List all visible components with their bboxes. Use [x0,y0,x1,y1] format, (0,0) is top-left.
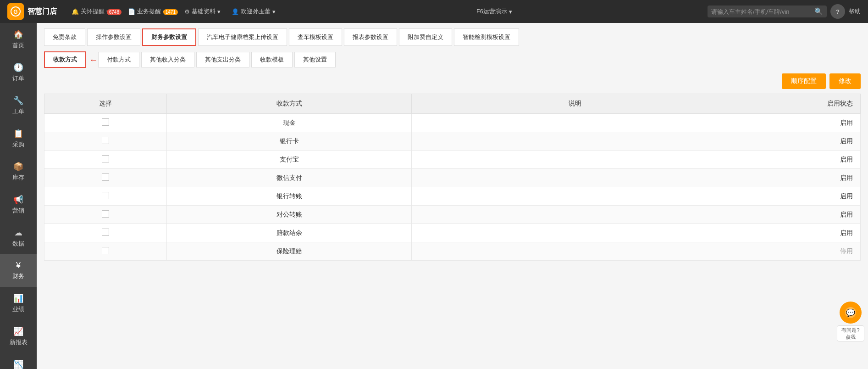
row-checkbox[interactable] [102,210,109,218]
topnav-center: F6运营演示 ▾ [281,7,708,16]
th-select: 选择 [44,94,167,114]
tab-finance-params[interactable]: 财务参数设置 [142,28,196,46]
subtab-other-expense[interactable]: 其他支出分类 [196,52,249,67]
sidebar: 🏠 首页 🕐 订单 🔧 工单 📋 采购 📦 库存 📢 营销 ☁ 数据 ¥ [0,23,37,369]
row-checkbox[interactable] [102,229,109,236]
newreport-icon: 📈 [13,326,23,336]
row-checkbox[interactable] [102,192,109,199]
row-checkbox-cell [44,206,167,224]
sidebar-label-order: 订单 [12,74,24,83]
row-status-cell: 启用 [738,114,861,132]
tab-car-health[interactable]: 汽车电子健康档案上传设置 [198,28,287,46]
float-chat-widget[interactable]: 💬 有问题? 点我 [837,302,864,341]
row-checkbox[interactable] [102,155,109,162]
row-checkbox[interactable] [102,173,109,181]
tab-car-template[interactable]: 查车模板设置 [289,28,342,46]
care-badge: 6748 [107,9,122,15]
sidebar-item-performance[interactable]: 📊 业绩 [0,287,37,320]
svg-text:G: G [13,9,17,15]
tab-smart-detect[interactable]: 智能检测模板设置 [454,28,519,46]
row-method-cell: 对公转账 [167,206,412,224]
gear-icon: ⚙ [184,8,190,15]
th-method: 收款方式 [167,94,412,114]
tab-extra-fee[interactable]: 附加费自定义 [399,28,452,46]
row-status-cell: 启用 [738,206,861,224]
sidebar-item-purchase[interactable]: 📋 采购 [0,122,37,155]
chevron-down-icon4: ▾ [272,8,276,15]
row-checkbox-cell [44,169,167,187]
sidebar-item-data[interactable]: ☁ 数据 [0,221,37,254]
tab-disclaimer[interactable]: 免责条款 [44,28,85,46]
help-button[interactable]: ? [830,4,845,19]
sidebar-item-newreport[interactable]: 📈 新报表 [0,320,37,353]
top-navigation: G 智慧门店 🔔 关怀提醒 6748 ▾ 📄 业务提醒 1471 ▾ ⚙ 基础资… [0,0,868,23]
subtab-other-settings[interactable]: 其他设置 [294,52,336,67]
tab-operation-params[interactable]: 操作参数设置 [87,28,140,46]
edit-button[interactable]: 修改 [829,73,861,89]
app-title: 智慧门店 [28,7,57,17]
row-checkbox[interactable] [102,118,109,126]
table-row: 银行卡 启用 [44,132,861,151]
app-logo[interactable]: G 智慧门店 [7,3,57,20]
home-icon: 🏠 [13,29,23,39]
sidebar-item-finance[interactable]: ¥ 财务 [0,254,37,287]
row-desc-cell [412,132,738,151]
row-method-cell: 银行卡 [167,132,412,151]
row-method: 支付宝 [280,156,299,163]
sidebar-label-purchase: 采购 [12,140,24,149]
row-method: 银行转账 [276,192,302,200]
row-status-cell: 启用 [738,224,861,242]
row-checkbox[interactable] [102,247,109,254]
sidebar-label-workorder: 工单 [12,107,24,116]
bell-icon: 🔔 [72,8,79,15]
tab-report-params[interactable]: 报表参数设置 [344,28,397,46]
table-row: 保险理赔 停用 [44,242,861,261]
row-status: 启用 [840,137,853,145]
table-row: 对公转账 启用 [44,206,861,224]
row-method: 现金 [283,119,296,126]
sidebar-item-report[interactable]: 📉 报表 [0,353,37,369]
sidebar-label-data: 数据 [12,240,24,248]
row-method-cell: 现金 [167,114,412,132]
search-box[interactable]: 🔍 [708,6,827,17]
purchase-icon: 📋 [13,129,23,139]
doc-icon: 📄 [128,8,135,15]
row-desc-cell [412,169,738,187]
order-config-button[interactable]: 顺序配置 [782,73,826,89]
search-icon[interactable]: 🔍 [814,7,823,16]
row-method-cell: 微信支付 [167,169,412,187]
subtab-pay-method[interactable]: 付款方式 [98,52,139,67]
main-content: 免责条款 操作参数设置 财务参数设置 汽车电子健康档案上传设置 查车模板设置 报… [37,23,868,369]
care-reminder-nav[interactable]: 🔔 关怀提醒 6748 ▾ [66,7,122,16]
row-checkbox-cell [44,114,167,132]
help-label: 帮助 [849,7,861,16]
row-status-cell: 启用 [738,132,861,151]
sidebar-item-inventory[interactable]: 📦 库存 [0,155,37,188]
business-reminder-nav[interactable]: 📄 业务提醒 1471 ▾ [122,7,179,16]
subtab-payment-method[interactable]: 收款方式 [44,51,86,68]
th-desc: 说明 [412,94,738,114]
row-checkbox-cell [44,224,167,242]
search-input[interactable] [711,8,814,15]
sidebar-label-marketing: 营销 [12,207,24,215]
subtab-other-income[interactable]: 其他收入分类 [141,52,194,67]
row-method-cell: 支付宝 [167,151,412,169]
row-status-cell: 停用 [738,242,861,261]
sidebar-item-home[interactable]: 🏠 首页 [0,23,37,56]
business-badge: 1471 [163,9,178,15]
row-checkbox[interactable] [102,137,109,144]
subtab-receipt-template[interactable]: 收款模板 [251,52,293,67]
row-status: 启用 [840,192,853,200]
order-icon: 🕐 [13,62,23,73]
data-icon: ☁ [14,228,22,238]
sidebar-item-marketing[interactable]: 📢 营销 [0,188,37,221]
sidebar-item-order[interactable]: 🕐 订单 [0,56,37,89]
sidebar-item-workorder[interactable]: 🔧 工单 [0,89,37,122]
welcome-user-nav[interactable]: 👤 欢迎孙玉蕾 ▾ [226,7,281,16]
inventory-icon: 📦 [13,162,23,172]
row-method-cell: 赔款结余 [167,224,412,242]
basic-data-nav[interactable]: ⚙ 基础资料 ▾ [179,7,226,16]
f6-nav[interactable]: F6运营演示 ▾ [476,7,512,16]
sidebar-label-newreport: 新报表 [10,338,28,347]
performance-icon: 📊 [13,293,23,303]
